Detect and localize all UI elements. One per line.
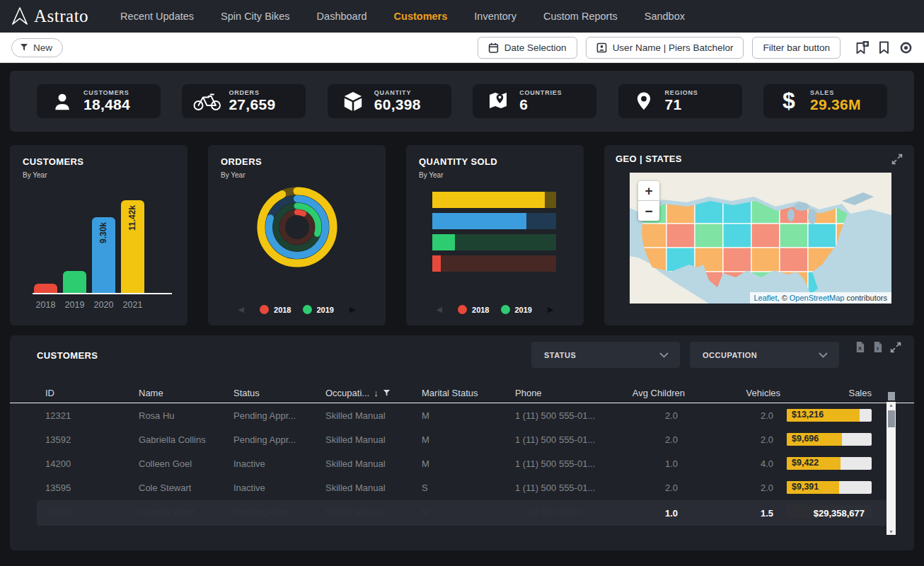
expand-icon[interactable] [891,154,903,165]
column-header-vehicles[interactable]: Vehicles [685,388,780,398]
funnel-icon [20,43,28,52]
bar-2019[interactable] [63,271,86,293]
kpi-value: 60,398 [374,96,421,112]
brand-logo[interactable]: Astrato [11,6,88,26]
funnel-icon[interactable] [383,389,391,397]
hbar-2020[interactable] [432,213,556,229]
cell-marital: M [422,434,515,445]
expand-icon[interactable] [890,342,901,353]
nav-item-customers[interactable]: Customers [381,11,461,22]
bar-2021[interactable]: 11.42k [121,200,144,293]
hbar-2019[interactable] [432,234,556,250]
table-totals-row: 1.0 1.5 $29,358,677 [10,500,914,526]
bookmark-icon[interactable] [879,41,889,54]
legend-item-2019[interactable]: 2019 [303,305,334,314]
cell-id: 14200 [45,458,139,469]
cell-name: Gabriella Collins [139,434,233,445]
legend-prev-icon[interactable]: ◀ [238,306,244,313]
nav-item-inventory[interactable]: Inventory [461,11,530,22]
nav-item-custom-reports[interactable]: Custom Reports [530,11,631,22]
bar-2018[interactable] [34,284,57,293]
column-header-marital-status[interactable]: Marital Status [422,388,515,398]
cell-occupation: Skilled Manual [325,483,422,493]
csv-export-icon[interactable]: , [872,341,883,353]
nav-item-dashboard[interactable]: Dashboard [304,11,381,22]
map-zoom-control: + − [638,181,659,221]
cell-marital: S [422,483,515,493]
table-scrollbar[interactable]: ▲ ▼ [887,402,896,535]
table-row[interactable]: 12321 Rosa Hu Pending Appr... Skilled Ma… [10,403,914,427]
kpi-card-regions: REGIONS 71 [618,84,742,118]
column-header-name[interactable]: Name [139,388,233,398]
nav-item-sandbox[interactable]: Sandbox [631,11,698,22]
nav-item-spin-city-bikes[interactable]: Spin City Bikes [207,11,304,22]
legend-item-2018[interactable]: 2018 [458,305,489,314]
column-header-sales[interactable]: Sales [780,388,872,398]
cell-status: Pending Appr... [233,434,325,445]
legend-label: 2019 [317,306,334,314]
donut-chart[interactable] [221,183,373,271]
kpi-value: 29.36M [810,96,861,112]
total-avg-children: 1.0 [607,508,685,519]
column-header-phone[interactable]: Phone [515,388,607,398]
kpi-label: COUNTRIES [519,89,562,96]
kpi-label: ORDERS [229,89,275,96]
nav-item-recent-updates[interactable]: Recent Updates [107,11,207,22]
new-filter-button[interactable]: New [11,38,63,57]
excel-export-icon[interactable]: X [855,341,865,353]
kpi-card-quantity: QUANTITY 60,398 [328,84,451,118]
sort-desc-icon[interactable]: ↓ [374,388,379,398]
main-nav: Recent Updates Spin City Bikes Dashboard… [107,11,698,22]
legend-next-icon[interactable]: ▶ [548,306,553,313]
leaflet-link[interactable]: Leaflet [754,294,778,302]
bar-2020[interactable]: 9.30k [92,217,115,293]
x-axis-labels: 2018 2019 2020 2021 [33,300,172,310]
legend-prev-icon[interactable]: ◀ [437,306,442,313]
cell-occupation: Skilled Manual [325,458,422,469]
kpi-label: CUSTOMERS [83,89,130,96]
legend-label: 2018 [472,306,489,314]
status-filter-dropdown[interactable]: STATUS [531,342,680,368]
attribution-suffix: contributors [844,294,887,302]
column-header-occupation[interactable]: Occupati... ↓ [325,388,422,398]
hbar-2018[interactable] [432,255,556,272]
chart-title: QUANTITY SOLD [419,156,571,167]
cell-vehicles: 2.0 [685,483,780,493]
legend-label: 2018 [274,306,291,314]
legend-next-icon[interactable]: ▶ [350,306,355,313]
filter-bar-button[interactable]: Filter bar button [752,37,841,59]
table-row[interactable]: 14200 Colleen Goel Inactive Skilled Manu… [10,451,914,475]
scrollbar-thumb[interactable] [888,410,895,427]
cell-occupation: Skilled Manual [325,434,422,445]
column-header-avg-children[interactable]: Avg Children [607,388,685,398]
toolbar-right-group: Date Selection User Name | Piers Batchel… [478,37,913,59]
zoom-out-button[interactable]: − [638,201,659,221]
eye-icon[interactable] [899,42,913,54]
cell-name: Rosa Hu [139,410,233,421]
svg-text:X: X [858,345,862,352]
x-tick: 2020 [92,300,115,310]
x-tick: 2019 [63,300,86,310]
column-header-status[interactable]: Status [233,388,325,398]
column-header-id[interactable]: ID [45,388,139,398]
bookmark-add-icon[interactable] [855,41,869,54]
osm-link[interactable]: OpenStreetMap [790,294,845,302]
bar-chart-plot: 9.30k 11.42k [33,188,172,294]
user-name-button[interactable]: User Name | Piers Batchelor [586,37,744,59]
legend-item-2018[interactable]: 2018 [260,305,291,314]
hbar-2021[interactable] [432,192,556,208]
legend-item-2019[interactable]: 2019 [501,305,532,314]
occupation-filter-dropdown[interactable]: OCCUPATION [690,342,839,368]
astrato-logo-icon [11,6,28,26]
legend-dot [501,305,510,314]
table-row[interactable]: 13595 Cole Stewart Inactive Skilled Manu… [10,475,914,499]
bicycle-icon [192,91,223,111]
date-selection-button[interactable]: Date Selection [478,37,577,59]
zoom-in-button[interactable]: + [638,181,659,201]
cell-sales: $13,216 [780,409,872,422]
total-sales: $29,358,677 [780,508,872,519]
svg-text:$: $ [782,89,795,113]
table-row[interactable]: 13592 Gabriella Collins Pending Appr... … [10,427,914,451]
dashboard-screen: Astrato Recent Updates Spin City Bikes D… [0,0,924,566]
leaflet-map[interactable]: + − Leaflet, © OpenStreetMap contributor… [630,173,891,304]
